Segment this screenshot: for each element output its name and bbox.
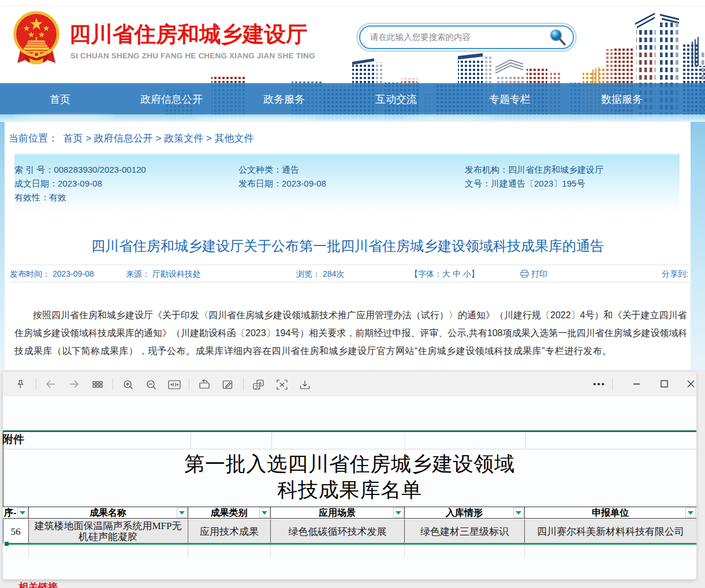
svg-text:文: 文 [255, 384, 260, 389]
